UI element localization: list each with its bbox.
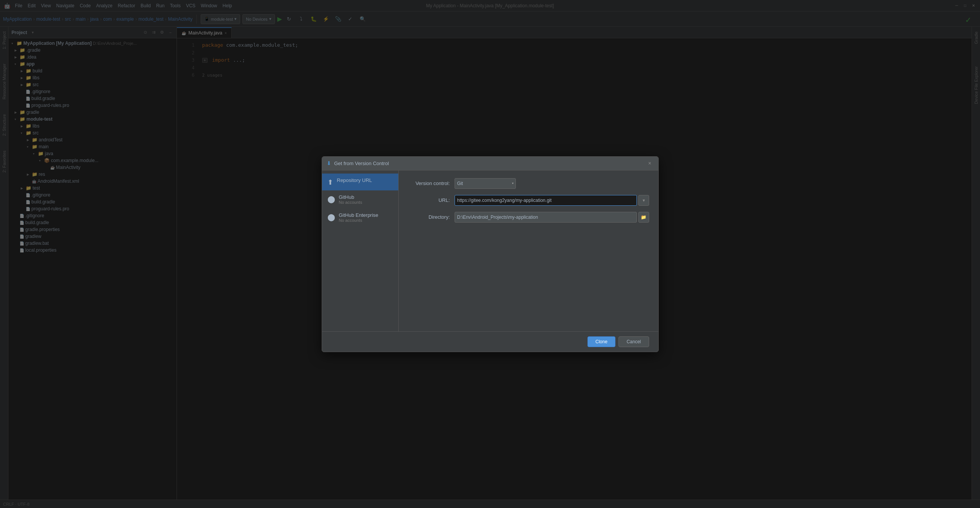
repo-url-icon: ⬆ bbox=[327, 178, 333, 187]
url-dropdown-button[interactable]: ▾ bbox=[638, 195, 649, 206]
dialog-close-button[interactable]: × bbox=[646, 159, 654, 167]
dialog-footer: Clone Cancel bbox=[322, 331, 658, 352]
url-input[interactable] bbox=[455, 195, 637, 206]
directory-input[interactable] bbox=[455, 212, 637, 223]
github-icon: ⬤ bbox=[327, 195, 335, 203]
github-enterprise-name: GitHub Enterprise bbox=[339, 212, 378, 218]
version-control-value: Git bbox=[457, 181, 463, 186]
get-from-vcs-dialog: ⬇ Get from Version Control × ⬆ Repositor… bbox=[322, 156, 659, 352]
github-name: GitHub bbox=[339, 194, 362, 200]
dialog-sidebar: ⬆ Repository URL ⬤ GitHub No accounts ⬤ bbox=[322, 170, 399, 331]
version-control-select-wrapper: Git ▾ bbox=[455, 178, 516, 189]
version-control-label: Version control: bbox=[408, 180, 450, 186]
repo-url-name: Repository URL bbox=[337, 177, 372, 183]
github-enterprise-icon: ⬤ bbox=[327, 213, 335, 221]
dialog-title-bar: ⬇ Get from Version Control × bbox=[322, 157, 658, 170]
directory-wrap: 📁 bbox=[455, 212, 649, 223]
dialog-main: Version control: Git ▾ URL: bbox=[399, 170, 658, 331]
dialog-overlay: ⬇ Get from Version Control × ⬆ Repositor… bbox=[0, 0, 980, 508]
dialog-vcs-icon: ⬇ bbox=[327, 160, 331, 166]
repo-url-info: Repository URL bbox=[337, 177, 372, 183]
version-control-row: Version control: Git ▾ bbox=[408, 178, 649, 189]
github-enterprise-sub: No accounts bbox=[339, 218, 378, 223]
version-control-wrap: Git ▾ bbox=[455, 178, 649, 189]
github-sub: No accounts bbox=[339, 200, 362, 205]
version-control-select[interactable]: Git bbox=[455, 178, 516, 189]
url-row: URL: ▾ bbox=[408, 195, 649, 206]
github-enterprise-info: GitHub Enterprise No accounts bbox=[339, 212, 378, 223]
browse-directory-button[interactable]: 📁 bbox=[638, 212, 649, 223]
directory-label: Directory: bbox=[408, 214, 450, 220]
dialog-sidebar-repo-url[interactable]: ⬆ Repository URL bbox=[322, 174, 398, 190]
dialog-title: Get from Version Control bbox=[334, 161, 389, 166]
url-wrap: ▾ bbox=[455, 195, 649, 206]
dialog-sidebar-github[interactable]: ⬤ GitHub No accounts bbox=[322, 190, 398, 208]
url-label: URL: bbox=[408, 197, 450, 203]
directory-row: Directory: 📁 bbox=[408, 212, 649, 223]
clone-button[interactable]: Clone bbox=[587, 336, 615, 347]
cancel-button[interactable]: Cancel bbox=[618, 336, 649, 347]
dialog-body: ⬆ Repository URL ⬤ GitHub No accounts ⬤ bbox=[322, 170, 658, 331]
github-info: GitHub No accounts bbox=[339, 194, 362, 205]
dialog-sidebar-github-enterprise[interactable]: ⬤ GitHub Enterprise No accounts bbox=[322, 208, 398, 226]
